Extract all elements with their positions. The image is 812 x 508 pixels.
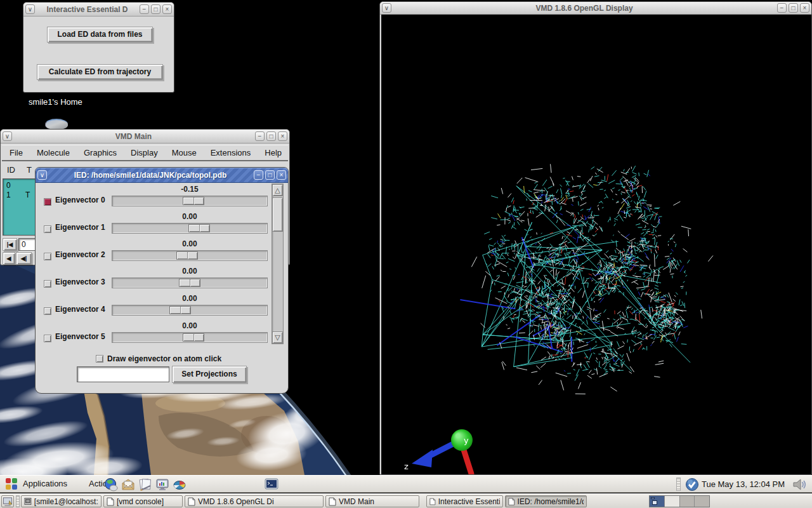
desktop-icon-partial[interactable]: [45, 119, 68, 130]
opengl-titlebar[interactable]: ∨ VMD 1.8.6 OpenGL Display − □ ×: [380, 2, 811, 15]
chart-icon[interactable]: [173, 478, 187, 491]
desktop-icon-home-label[interactable]: smile1's Home: [29, 97, 82, 107]
eigenvector-0-value: -0.15: [112, 185, 268, 194]
eigenvector-3-checkbox[interactable]: [44, 280, 51, 288]
menu-mouse[interactable]: Mouse: [165, 148, 204, 157]
window-menu-icon[interactable]: ∨: [382, 3, 391, 13]
close-icon[interactable]: ×: [278, 131, 287, 141]
maximize-icon[interactable]: □: [789, 3, 798, 13]
panel-drag-handle[interactable]: [16, 495, 20, 507]
molecule-list-header-top: T: [27, 165, 32, 175]
eigenvector-4-slider[interactable]: [112, 305, 268, 316]
volume-icon[interactable]: [792, 477, 807, 492]
slider-handle[interactable]: [169, 306, 191, 314]
update-notifier-icon[interactable]: [685, 478, 699, 491]
projection-input[interactable]: [77, 366, 169, 382]
menu-molecule[interactable]: Molecule: [30, 148, 77, 157]
eigenvector-1-value: 0.00: [112, 212, 268, 221]
maximize-icon[interactable]: □: [266, 131, 276, 141]
ied-titlebar[interactable]: ∨ IED: /home/smile1/data/JNK/pca/topol.p…: [36, 168, 288, 183]
desktop: smile1's Home ∨ VMD 1.8.6 OpenGL Display…: [0, 0, 812, 508]
scroll-down-icon[interactable]: ▽: [272, 331, 283, 344]
eigenvector-0-checkbox[interactable]: [44, 198, 51, 206]
molecule-list-header-id: ID: [7, 165, 15, 175]
slider-handle[interactable]: [176, 251, 198, 260]
taskbar-window-interactive-essential[interactable]: Interactive Essential D: [426, 495, 503, 507]
load-ed-data-button[interactable]: Load ED data from files: [47, 27, 153, 43]
window-icon: [429, 497, 436, 506]
vmd-main-titlebar[interactable]: ∨ VMD Main − □ ×: [1, 130, 289, 144]
eigenvector-4-checkbox[interactable]: [44, 307, 51, 315]
presentation-icon[interactable]: [155, 478, 169, 491]
play-back-button[interactable]: ◀: [3, 252, 15, 265]
slider-handle[interactable]: [183, 333, 204, 342]
opengl-window-title: VMD 1.8.6 OpenGL Display: [393, 4, 775, 13]
eigenvector-1-slider[interactable]: [112, 223, 268, 234]
workspace-3[interactable]: [680, 496, 695, 507]
slider-handle[interactable]: [188, 224, 210, 232]
maximize-icon[interactable]: □: [265, 170, 275, 180]
maximize-icon[interactable]: □: [151, 4, 160, 14]
eigenvector-1-checkbox[interactable]: [44, 225, 51, 233]
close-icon[interactable]: ×: [800, 3, 809, 13]
eigenvector-3-slider[interactable]: [112, 277, 268, 288]
workspace-switcher[interactable]: [649, 495, 710, 507]
menu-display[interactable]: Display: [124, 148, 165, 157]
slider-handle[interactable]: [179, 279, 200, 287]
clock[interactable]: Tue May 13, 12:04 PM: [702, 476, 785, 493]
workspace-4[interactable]: [695, 496, 709, 507]
show-desktop-icon[interactable]: [1, 495, 14, 507]
jump-start-button[interactable]: |◀: [3, 238, 17, 251]
terminal-icon[interactable]: [264, 477, 279, 492]
close-icon[interactable]: ×: [277, 170, 286, 180]
ied-tool-window-title: Interactive Essential D: [37, 5, 138, 14]
applications-menu[interactable]: Applications: [23, 476, 67, 492]
eigenvector-3-label: Eigenvector 3: [55, 277, 105, 286]
menu-help[interactable]: Help: [258, 148, 289, 157]
scrollbar-thumb[interactable]: [272, 197, 283, 232]
workspace-2[interactable]: [665, 496, 680, 507]
ied-scrollbar[interactable]: △ ▽: [272, 184, 284, 344]
panel-drag-handle[interactable]: [676, 478, 681, 491]
eigenvector-2-checkbox[interactable]: [44, 253, 51, 260]
eigenvector-5-slider[interactable]: [112, 332, 268, 343]
eigenvector-0-slider[interactable]: [112, 196, 268, 206]
taskbar-window-vmd-console[interactable]: [vmd console]: [103, 495, 183, 507]
minimize-icon[interactable]: −: [254, 170, 263, 180]
eigenvector-4-value: 0.00: [112, 294, 268, 303]
workspace-1[interactable]: [650, 496, 665, 507]
window-opengl-display: ∨ VMD 1.8.6 OpenGL Display − □ ×: [379, 1, 812, 475]
window-menu-icon[interactable]: ∨: [3, 131, 12, 141]
set-projections-button[interactable]: Set Projections: [172, 366, 247, 383]
taskbar-window-vmd-main[interactable]: VMD Main: [325, 495, 419, 507]
minimize-icon[interactable]: −: [255, 131, 265, 141]
main-menu-icon[interactable]: [4, 477, 18, 491]
taskbar-window-opengl[interactable]: VMD 1.8.6 OpenGL Di: [185, 495, 324, 507]
opengl-viewport[interactable]: [381, 15, 811, 474]
close-icon[interactable]: ×: [162, 4, 172, 14]
menu-graphics[interactable]: Graphics: [77, 148, 124, 157]
scroll-up-icon[interactable]: △: [272, 184, 283, 196]
draw-eigenvector-checkbox[interactable]: [96, 355, 103, 363]
window-menu-icon[interactable]: ∨: [25, 4, 35, 14]
email-icon[interactable]: [121, 478, 135, 491]
eigenvector-2-slider[interactable]: [112, 250, 268, 261]
menu-extensions[interactable]: Extensions: [204, 148, 258, 157]
menu-file[interactable]: File: [10, 148, 30, 157]
minimize-icon[interactable]: −: [777, 3, 787, 13]
documents-icon[interactable]: [138, 478, 152, 491]
ied-tool-titlebar[interactable]: ∨ Interactive Essential D − □ ×: [23, 3, 174, 17]
eigenvector-5-checkbox[interactable]: [44, 335, 51, 342]
terminal-window-icon: [24, 497, 32, 505]
web-browser-icon[interactable]: [104, 478, 118, 491]
step-back-button[interactable]: ◀|: [16, 252, 32, 265]
taskbar-window-ied[interactable]: IED: /home/smile1/dat: [505, 495, 587, 507]
window-menu-icon[interactable]: ∨: [37, 170, 47, 180]
slider-handle[interactable]: [183, 197, 204, 205]
window-icon: [508, 497, 515, 506]
top-panel: Applications Actions: [0, 475, 812, 493]
eigenvector-row-5: Eigenvector 5 0.00: [36, 319, 288, 347]
minimize-icon[interactable]: −: [140, 4, 149, 14]
calculate-ed-button[interactable]: Calculate ED from trajectory: [37, 64, 163, 80]
taskbar-window-terminal[interactable]: [smile1@localhost:~]: [21, 495, 102, 507]
